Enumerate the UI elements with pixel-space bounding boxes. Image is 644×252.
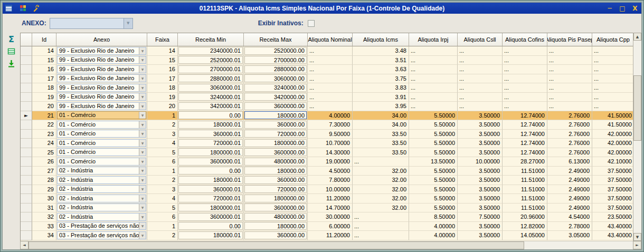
cell-faixa[interactable]: 2 [147,231,178,240]
cell-anexo[interactable]: 03 - Prestação de serviços não▼ [56,222,147,231]
cell-aliquota_cofins[interactable]: 20.96000 [503,212,547,222]
cell-aliquota_icms[interactable]: 33.50 [353,130,409,139]
cell-aliquota_cofins[interactable]: 12.74000 [503,148,547,158]
row-selector[interactable] [21,176,32,185]
cell-id[interactable]: 34 [32,231,56,240]
cell-aliquota_nominal[interactable]: 4.00000 [308,111,353,121]
dropdown-arrow-icon[interactable]: ▼ [139,204,146,211]
cell-aliquota_nominal[interactable]: ... [308,74,353,84]
cell-receita_max[interactable]: 360000.00 [244,231,308,240]
cell-aliquota_pis_pasep[interactable]: 2.76000 [547,130,592,139]
cell-aliquota_pis_pasep[interactable]: ... [547,56,592,65]
anexo-combo[interactable]: 99 - Exclusivo Rio de Janeiro▼ [57,102,146,110]
cell-aliquota_irpj[interactable]: 5.50000 [409,148,458,158]
close-button[interactable]: X [631,5,639,12]
cell-receita_max[interactable]: 2520000.00 [244,46,308,56]
cell-aliquota_nominal[interactable]: 7.80000 [308,176,353,185]
cell-faixa[interactable]: 18 [147,83,178,93]
title-bar[interactable]: 012113SPK - Aliquota Icms Simples Nacion… [3,3,641,14]
cell-receita_min[interactable]: 3060000.01 [178,83,244,93]
cell-aliquota_cofins[interactable]: 12.74000 [503,130,547,139]
scroll-left-button[interactable]: ◄ [20,241,29,249]
row-selector[interactable] [21,46,32,56]
cell-aliquota_icms[interactable]: 34.00 [353,120,409,130]
cell-aliquota_cpp[interactable]: 41.50000 [592,111,633,121]
anexo-combo[interactable]: 02 - Indústria▼ [57,195,146,202]
row-selector[interactable] [21,102,32,111]
cell-aliquota_icms[interactable]: 3.91 [353,93,409,102]
column-header-aliquota_irpj[interactable]: Aliquota Irpj [409,33,458,46]
dropdown-arrow-icon[interactable]: ▼ [139,130,146,137]
dropdown-arrow-icon[interactable]: ▼ [139,140,146,147]
column-header-aliquota_csll[interactable]: Aliquota Csll [458,33,503,46]
cell-aliquota_cofins[interactable]: ... [503,83,547,93]
cell-anexo[interactable]: 99 - Exclusivo Rio de Janeiro▼ [56,93,147,102]
vertical-scroll-thumb[interactable] [633,75,641,141]
dropdown-arrow-icon[interactable]: ▼ [139,149,146,156]
cell-receita_max[interactable]: 3600000.00 [244,203,308,213]
cell-id[interactable]: 32 [32,212,56,222]
dropdown-arrow-icon[interactable]: ▼ [139,66,146,73]
cell-aliquota_nominal[interactable]: 10.00000 [308,185,353,195]
row-selector[interactable] [21,203,32,213]
anexo-combo[interactable]: 99 - Exclusivo Rio de Janeiro▼ [57,65,146,73]
column-header-aliquota_icms[interactable]: Aliquota Icms [353,33,409,46]
row-selector[interactable] [21,194,32,203]
cell-aliquota_icms[interactable]: 32.00 [353,203,409,213]
cell-receita_min[interactable]: 0.00 [178,111,244,121]
cell-aliquota_csll[interactable]: 7.50000 [458,212,503,222]
row-selector[interactable] [21,93,32,102]
dropdown-arrow-icon[interactable]: ▼ [139,112,146,119]
cell-aliquota_pis_pasep[interactable]: 3.05000 [547,231,592,240]
cell-aliquota_csll[interactable]: ... [458,83,503,93]
cell-aliquota_nominal[interactable]: 19.00000 [308,157,353,167]
cell-receita_max[interactable]: 3420000.00 [244,93,308,102]
cell-anexo[interactable]: 01 - Comércio▼ [56,139,147,148]
column-header-aliquota_cpp[interactable]: Aliquota Cpp [592,33,633,46]
cell-aliquota_csll[interactable]: ... [458,102,503,111]
cell-anexo[interactable]: 99 - Exclusivo Rio de Janeiro▼ [56,56,147,65]
cell-receita_max[interactable]: 360000.00 [244,176,308,185]
cell-faixa[interactable]: 1 [147,111,178,121]
cell-receita_min[interactable]: 3420000.01 [178,102,244,111]
anexo-combo[interactable]: 02 - Indústria▼ [57,203,146,211]
cell-faixa[interactable]: 6 [147,157,178,167]
cell-receita_min[interactable]: 2520000.01 [178,56,244,65]
cell-receita_min[interactable]: 1800000.01 [178,203,244,213]
cell-aliquota_irpj[interactable]: ... [409,74,458,84]
cell-receita_max[interactable]: 4800000.00 [244,212,308,222]
cell-aliquota_icms[interactable]: ... [353,157,409,167]
cell-receita_min[interactable]: 1800000.01 [178,148,244,158]
reload-icon[interactable] [7,46,16,56]
cell-aliquota_icms[interactable]: 34.00 [353,111,409,121]
cell-aliquota_cofins[interactable]: ... [503,56,547,65]
scroll-right-button[interactable]: ► [633,241,641,249]
dropdown-arrow-icon[interactable]: ▼ [139,186,146,192]
cell-aliquota_cpp[interactable]: 37.50000 [592,167,633,176]
cell-receita_min[interactable]: 720000.01 [178,194,244,203]
cell-aliquota_icms[interactable]: 3.48 [353,46,409,56]
cell-anexo[interactable]: 02 - Indústria▼ [56,194,147,203]
cell-receita_max[interactable]: 3060000.00 [244,74,308,84]
anexo-combo[interactable]: 99 - Exclusivo Rio de Janeiro▼ [57,74,146,82]
cell-aliquota_irpj[interactable]: 5.50000 [409,194,458,203]
cell-anexo[interactable]: 02 - Indústria▼ [56,167,147,176]
cell-aliquota_nominal[interactable]: 10.70000 [308,139,353,148]
cell-receita_min[interactable]: 2700000.01 [178,65,244,74]
cell-aliquota_csll[interactable]: 3.50000 [458,231,503,240]
wrench-icon[interactable] [33,5,41,12]
dropdown-arrow-icon[interactable]: ▼ [139,47,146,54]
cell-faixa[interactable]: 1 [147,222,178,231]
cell-id[interactable]: 22 [32,120,56,130]
cell-aliquota_pis_pasep[interactable]: 2.49000 [547,185,592,195]
cell-aliquota_pis_pasep[interactable]: 2.49000 [547,167,592,176]
cell-receita_max[interactable]: 2700000.00 [244,56,308,65]
cell-aliquota_csll[interactable]: 3.50000 [458,139,503,148]
row-selector[interactable] [21,167,32,176]
cell-faixa[interactable]: 3 [147,130,178,139]
cell-id[interactable]: 28 [32,176,56,185]
cell-aliquota_icms[interactable]: 3.83 [353,83,409,93]
cell-aliquota_cofins[interactable]: 28.27000 [503,157,547,167]
cell-aliquota_cofins[interactable]: 11.51000 [503,203,547,213]
cell-receita_max[interactable]: 3600000.00 [244,102,308,111]
